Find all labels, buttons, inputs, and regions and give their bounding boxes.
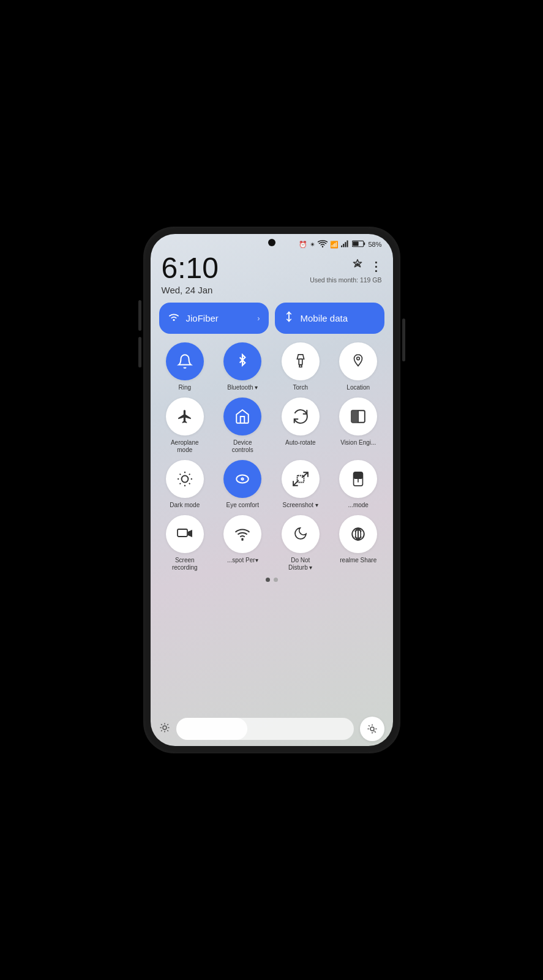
- aeroplane-tile[interactable]: Aeroplane mode: [159, 398, 211, 454]
- used-this-month: Used this month: 119 GB: [310, 276, 381, 284]
- svg-point-30: [242, 478, 244, 480]
- quick-tiles-area: JioFiber › Mobile data: [151, 303, 393, 717]
- page-indicator: [159, 578, 384, 582]
- svg-rect-35: [354, 472, 363, 479]
- volume-down-button[interactable]: [138, 337, 141, 368]
- power-mode-circle: [339, 460, 377, 498]
- mobile-data-tile[interactable]: Mobile data: [275, 303, 384, 334]
- svg-line-23: [189, 483, 190, 484]
- battery-percent: 58%: [368, 241, 381, 248]
- svg-rect-1: [341, 246, 342, 247]
- screen-recording-tile[interactable]: Screen recording: [159, 515, 211, 571]
- jiofiber-wifi-icon: [168, 312, 180, 325]
- svg-rect-4: [347, 240, 348, 247]
- bluetooth-circle: [223, 342, 261, 380]
- location-tile[interactable]: Location: [332, 342, 384, 391]
- realme-share-circle: [339, 515, 377, 553]
- screenshot-circle: [282, 460, 320, 498]
- svg-line-47: [167, 730, 168, 731]
- time-display: 6:10: [162, 254, 219, 283]
- svg-line-46: [161, 724, 162, 725]
- page-dot-1: [266, 578, 270, 582]
- device-controls-label: Device controls: [223, 439, 262, 454]
- dark-mode-label: Dark mode: [170, 502, 200, 509]
- svg-rect-39: [242, 538, 244, 541]
- auto-rotate-label: Auto-rotate: [285, 439, 315, 447]
- svg-point-43: [163, 726, 167, 729]
- hotspot-circle: [223, 515, 261, 553]
- dark-mode-circle: [166, 460, 204, 498]
- hotspot-tile[interactable]: ...spot Per▾: [217, 515, 269, 571]
- date-display: Wed, 24 Jan: [162, 285, 219, 295]
- vision-engine-circle: [339, 398, 377, 435]
- network-tiles-row: JioFiber › Mobile data: [159, 303, 384, 334]
- svg-rect-3: [345, 242, 346, 247]
- alarm-icon: ⏰: [299, 241, 307, 249]
- camera-notch: [268, 239, 275, 246]
- do-not-disturb-label: Do Not Disturb ▾: [281, 557, 320, 571]
- hotspot-label: ...spot Per▾: [227, 557, 258, 564]
- auto-rotate-circle: [282, 398, 320, 435]
- aeroplane-circle: [166, 398, 204, 435]
- location-label: Location: [346, 384, 370, 391]
- torch-tile[interactable]: Torch: [275, 342, 327, 391]
- svg-rect-8: [353, 241, 359, 246]
- brightness-row: A: [151, 717, 393, 741]
- svg-point-19: [181, 476, 188, 483]
- svg-line-26: [179, 483, 181, 484]
- svg-line-51: [167, 724, 168, 725]
- quick-tiles-grid: Ring Bluetooth ▾: [159, 342, 384, 571]
- svg-point-15: [357, 357, 360, 360]
- screen-recording-label: Screen recording: [165, 557, 204, 571]
- battery-icon: [352, 240, 365, 249]
- svg-rect-18: [351, 410, 358, 423]
- auto-rotate-tile[interactable]: Auto-rotate: [275, 398, 327, 454]
- settings-icon[interactable]: [351, 258, 364, 274]
- aeroplane-label: Aeroplane mode: [165, 439, 204, 454]
- power-button[interactable]: [402, 318, 405, 361]
- svg-point-0: [322, 246, 323, 247]
- dark-mode-tile[interactable]: Dark mode: [159, 460, 211, 509]
- eye-comfort-circle: [223, 460, 261, 498]
- header: 6:10 Wed, 24 Jan ⋮ Used this month: 119 …: [151, 251, 393, 303]
- eye-comfort-tile[interactable]: Eye comfort: [217, 460, 269, 509]
- eye-comfort-label: Eye comfort: [227, 502, 259, 509]
- do-not-disturb-tile[interactable]: Do Not Disturb ▾: [275, 515, 327, 571]
- mobile-data-label: Mobile data: [301, 313, 376, 323]
- ring-label: Ring: [178, 384, 191, 391]
- call-icon: 📶: [330, 241, 339, 249]
- power-mode-label: ...mode: [348, 502, 369, 509]
- jiofiber-label: JioFiber: [186, 313, 252, 323]
- svg-marker-38: [188, 530, 192, 537]
- realme-share-label: realme Share: [340, 557, 376, 564]
- svg-rect-7: [364, 243, 365, 246]
- svg-line-50: [161, 730, 162, 731]
- brightness-fill: [176, 718, 247, 740]
- realme-share-tile[interactable]: realme Share: [332, 515, 384, 571]
- header-right: ⋮ Used this month: 119 GB: [310, 254, 381, 284]
- status-icons: ⏰ ✴ 📶: [299, 240, 381, 249]
- ring-tile[interactable]: Ring: [159, 342, 211, 391]
- jiofiber-tile[interactable]: JioFiber ›: [159, 303, 269, 334]
- screenshot-tile[interactable]: Screenshot ▾: [275, 460, 327, 509]
- brightness-low-icon: [159, 722, 170, 736]
- volume-up-button[interactable]: [138, 300, 141, 331]
- brightness-slider[interactable]: [176, 718, 354, 740]
- torch-label: Torch: [293, 384, 308, 391]
- jiofiber-arrow: ›: [257, 314, 260, 323]
- screenshot-label: Screenshot ▾: [283, 502, 318, 509]
- brightness-auto-button[interactable]: A: [360, 717, 384, 741]
- mobile-data-icon: [283, 311, 294, 325]
- device-controls-tile[interactable]: Device controls: [217, 398, 269, 454]
- screen-recording-circle: [166, 515, 204, 553]
- svg-line-22: [179, 474, 181, 475]
- more-options-icon[interactable]: ⋮: [370, 260, 382, 273]
- svg-line-55: [369, 725, 370, 726]
- svg-line-27: [189, 474, 190, 475]
- torch-circle: [282, 342, 320, 380]
- bluetooth-tile[interactable]: Bluetooth ▾: [217, 342, 269, 391]
- wifi-status-icon: [318, 240, 328, 249]
- do-not-disturb-circle: [282, 515, 320, 553]
- vision-engine-tile[interactable]: Vision Engi...: [332, 398, 384, 454]
- power-mode-tile[interactable]: ...mode: [332, 460, 384, 509]
